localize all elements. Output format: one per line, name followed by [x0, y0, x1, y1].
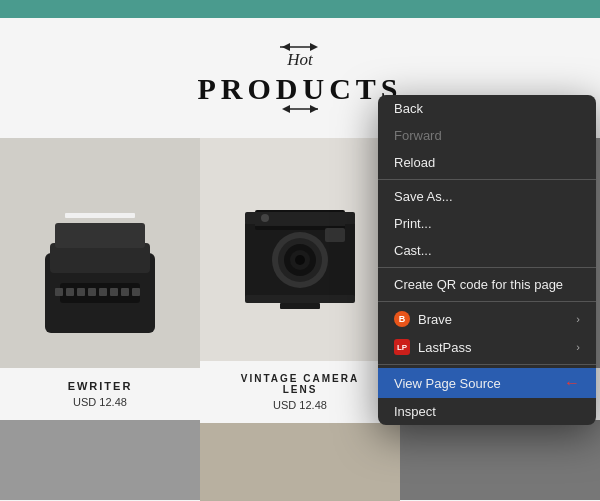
product-price-typewriter: USD 12.48	[8, 396, 192, 408]
menu-item-back-label: Back	[394, 101, 423, 116]
menu-divider-4	[378, 364, 596, 365]
logo-products-text: PRODUCTS	[197, 72, 402, 106]
svg-marker-4	[310, 105, 318, 113]
menu-item-inspect[interactable]: Inspect	[378, 398, 596, 425]
menu-item-forward-label: Forward	[394, 128, 442, 143]
menu-item-reload[interactable]: Reload	[378, 149, 596, 176]
menu-divider-1	[378, 179, 596, 180]
menu-item-forward: Forward	[378, 122, 596, 149]
svg-point-28	[295, 255, 305, 265]
menu-divider-2	[378, 267, 596, 268]
svg-rect-33	[280, 303, 320, 309]
product-image-camera	[200, 138, 400, 361]
product-image2-camera	[200, 423, 400, 501]
svg-rect-14	[99, 288, 107, 296]
product-name-camera: VINTAGE CAMERALENS	[208, 373, 392, 395]
svg-marker-5	[282, 105, 290, 113]
arrow-decoration-bottom	[280, 102, 320, 116]
brave-submenu-arrow: ›	[576, 313, 580, 325]
svg-point-31	[261, 214, 269, 222]
logo: Hot PRODUCTS	[197, 40, 402, 116]
svg-rect-17	[132, 288, 140, 296]
menu-divider-3	[378, 301, 596, 302]
svg-rect-10	[55, 288, 63, 296]
product-card-typewriter: EWRITER USD 12.48	[0, 138, 200, 501]
logo-hot-text: Hot	[287, 50, 313, 70]
menu-item-lastpass[interactable]: LP LastPass ›	[378, 333, 596, 361]
product-card-camera: VINTAGE CAMERALENS USD 12.48	[200, 138, 400, 501]
product-info-camera: VINTAGE CAMERALENS USD 12.48	[200, 361, 400, 423]
product-name-typewriter: EWRITER	[8, 380, 192, 392]
lastpass-submenu-arrow: ›	[576, 341, 580, 353]
svg-rect-12	[77, 288, 85, 296]
product-info-typewriter: EWRITER USD 12.48	[0, 368, 200, 420]
menu-item-inspect-label: Inspect	[394, 404, 436, 419]
menu-item-save-as[interactable]: Save As...	[378, 183, 596, 210]
menu-item-cast[interactable]: Cast...	[378, 237, 596, 264]
menu-item-lastpass-label: LastPass	[418, 340, 471, 355]
menu-item-save-as-label: Save As...	[394, 189, 453, 204]
menu-item-view-source[interactable]: View Page Source ←	[378, 368, 596, 398]
svg-rect-8	[55, 223, 145, 248]
svg-rect-16	[121, 288, 129, 296]
menu-item-view-source-label: View Page Source	[394, 376, 501, 391]
svg-rect-32	[245, 295, 355, 303]
product-image2-bar	[400, 420, 600, 500]
menu-item-cast-label: Cast...	[394, 243, 432, 258]
svg-rect-11	[66, 288, 74, 296]
menu-item-back[interactable]: Back	[378, 95, 596, 122]
svg-rect-29	[325, 228, 345, 242]
lastpass-icon: LP	[394, 339, 410, 355]
brave-icon: B	[394, 311, 410, 327]
menu-item-lastpass-left: LP LastPass	[394, 339, 471, 355]
context-menu: Back Forward Reload Save As... Print... …	[378, 95, 596, 425]
product-price-camera: USD 12.48	[208, 399, 392, 411]
click-indicator-arrow: ←	[564, 374, 580, 392]
menu-item-print-label: Print...	[394, 216, 432, 231]
menu-item-qr-label: Create QR code for this page	[394, 277, 563, 292]
svg-rect-15	[110, 288, 118, 296]
menu-item-brave-label: Brave	[418, 312, 452, 327]
menu-item-reload-label: Reload	[394, 155, 435, 170]
svg-rect-13	[88, 288, 96, 296]
menu-item-qr[interactable]: Create QR code for this page	[378, 271, 596, 298]
menu-item-brave-left: B Brave	[394, 311, 452, 327]
top-bar	[0, 0, 600, 18]
product-image-typewriter	[0, 138, 200, 368]
svg-rect-18	[65, 213, 135, 218]
menu-item-print[interactable]: Print...	[378, 210, 596, 237]
product-image2-typewriter	[0, 420, 200, 500]
menu-item-brave[interactable]: B Brave ›	[378, 305, 596, 333]
